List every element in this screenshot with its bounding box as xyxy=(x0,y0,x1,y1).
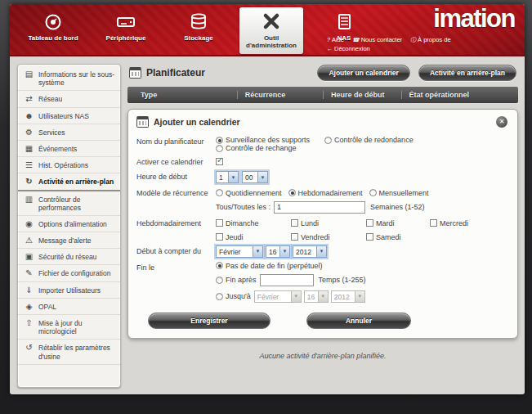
end-month-select: Février ▼ xyxy=(254,290,302,303)
imation-logo: imation xyxy=(433,4,515,34)
logout-link[interactable]: ← Déconnexion xyxy=(327,45,370,52)
chevron-down-icon: ▼ xyxy=(291,291,301,302)
start-year-select[interactable]: 2012 ▼ xyxy=(293,245,327,258)
radio-end-after[interactable]: Fin après Temps (1-255) xyxy=(216,274,507,286)
network-security-icon: ▣ xyxy=(24,252,34,261)
import-users-icon: ⇓ xyxy=(24,286,34,295)
main-nav: Tableau de bord Périphérique Stockage xyxy=(21,7,376,54)
sidebar-item-activite-arriere-plan[interactable]: ↻ Activité en arrière-plan xyxy=(18,173,120,191)
checkbox-jeudi[interactable]: Jeudi xyxy=(216,233,291,241)
weekly-label: Hebdomadairement xyxy=(136,218,216,241)
chevron-down-icon: ▼ xyxy=(355,291,364,302)
checkbox-mardi[interactable]: Mardi xyxy=(366,219,430,227)
opal-icon: ◈ xyxy=(24,302,34,311)
nav-label: Périphérique xyxy=(106,34,146,42)
end-after-input[interactable] xyxy=(260,274,314,286)
sidebar-item-securite-reseau[interactable]: ▣ Sécurité du réseau xyxy=(18,249,120,265)
checkbox-dimanche[interactable]: Dimanche xyxy=(216,219,291,227)
admin-tools-icon xyxy=(262,10,281,34)
radio-no-end-date[interactable]: Pas de date de fin (perpétuel) xyxy=(216,262,507,270)
end-options-group: Pas de date de fin (perpétuel) Fin après… xyxy=(216,262,507,303)
sidebar-item-services[interactable]: ⚙ Services xyxy=(18,124,120,141)
sidebar-item-retablir-parametres-usine[interactable]: ↺ Rétablir les paramètres d'usine xyxy=(18,340,120,364)
alert-message-icon: ⚠ xyxy=(24,236,34,245)
checkbox-box xyxy=(366,233,373,241)
nav-label: Tableau de bord xyxy=(28,34,78,42)
nav-item-peripherique[interactable]: Périphérique xyxy=(94,7,158,54)
sidebar-item-utilisateurs-nas[interactable]: ☻ Utilisateurs NAS xyxy=(18,108,120,124)
radio-mensuellement[interactable]: Mensuellement xyxy=(369,189,429,197)
end-after-unit-label: Temps (1-255) xyxy=(319,276,366,284)
dialog-title: Ajouter un calendrier xyxy=(154,117,491,127)
power-options-icon: ◉ xyxy=(24,219,34,228)
scheduler-name-label: Nom du planificateur xyxy=(136,136,216,152)
radio-dot xyxy=(216,189,223,196)
every-input[interactable] xyxy=(274,201,365,214)
sidebar-item-fichier-configuration[interactable]: ✎ Fichier de configuration xyxy=(18,265,120,281)
sidebar-item-controleur-performances[interactable]: ▥ Contrôleur de performances xyxy=(18,191,120,216)
start-time-label: Heure de début xyxy=(136,171,216,183)
utility-links: ? Aide ☎ Nous contacter ⓘ À propos de ← xyxy=(327,36,498,54)
sidebar-item-mise-a-jour-micrologiciel[interactable]: ⇧ Mise à jour du micrologiciel xyxy=(18,315,120,340)
contact-link[interactable]: ☎ Nous contacter xyxy=(352,36,402,43)
nav-item-dashboard[interactable]: Tableau de bord xyxy=(21,7,85,54)
radio-controle-redondance[interactable]: Contrôle de redondance xyxy=(324,136,414,144)
close-icon[interactable]: ✕ xyxy=(496,116,507,128)
radio-end-until[interactable]: Jusqu'à Février ▼ 16 ▼ xyxy=(216,290,507,303)
chevron-down-icon: ▼ xyxy=(279,246,289,257)
start-minute-select[interactable]: 00 ▼ xyxy=(242,171,268,183)
firmware-update-icon: ⇧ xyxy=(24,318,34,327)
help-link[interactable]: ? Aide xyxy=(327,36,344,43)
chevron-down-icon: ▼ xyxy=(253,246,262,257)
sidebar-item-options-alimentation[interactable]: ◉ Options d'alimentation xyxy=(18,216,120,232)
checkbox-vendredi[interactable]: Vendredi xyxy=(291,233,366,241)
cancel-button[interactable]: Annuler xyxy=(306,313,411,329)
sidebar-item-informations-sous-systeme[interactable]: ▤ Informations sur le sous-système xyxy=(18,66,120,91)
dialog-calendar-icon xyxy=(136,116,149,128)
checkbox-samedi[interactable]: Samedi xyxy=(366,233,430,241)
nas-users-icon: ☻ xyxy=(24,111,34,120)
sidebar-item-evenements[interactable]: ▦ Événements xyxy=(18,141,120,157)
sidebar-item-reseau[interactable]: ⇄ Réseau xyxy=(18,91,120,107)
save-button[interactable]: Enregistrer xyxy=(148,313,270,329)
background-activity-button[interactable]: Activité en arrière-plan xyxy=(418,65,516,81)
checkbox-lundi[interactable]: Lundi xyxy=(291,219,366,227)
info-icon: ⓘ xyxy=(410,37,416,43)
sidebar-item-importer-utilisateurs[interactable]: ⇓ Importer Utilisateurs xyxy=(18,282,120,299)
services-icon: ⚙ xyxy=(24,128,34,137)
chevron-down-icon: ▼ xyxy=(316,246,326,257)
nav-label: Stockage xyxy=(184,34,213,42)
radio-dot xyxy=(216,262,223,269)
checkbox-mercredi[interactable]: Mercredi xyxy=(430,219,507,227)
add-schedule-button[interactable]: Ajouter un calendrier xyxy=(317,65,410,81)
nav-item-outil-administration[interactable]: Outil d'administration xyxy=(239,7,303,54)
background-activity-icon: ↻ xyxy=(24,177,34,186)
radio-dot xyxy=(369,189,377,196)
radio-controle-rechange[interactable]: Contrôle de rechange xyxy=(216,144,297,152)
events-icon: ▦ xyxy=(24,144,34,153)
enable-schedule-checkbox[interactable]: ✓ xyxy=(216,158,223,165)
sidebar: ▤ Informations sur le sous-système ⇄ Rés… xyxy=(17,64,121,388)
radio-dot xyxy=(324,137,332,144)
scheduler-name-radio-group: Surveillance des supports Contrôle de re… xyxy=(216,136,507,152)
checkbox-box xyxy=(291,233,298,241)
radio-quotidiennement[interactable]: Quotidiennement xyxy=(216,189,282,197)
sidebar-item-opal[interactable]: ◈ OPAL xyxy=(18,299,120,315)
radio-dot xyxy=(216,293,223,300)
start-day-select[interactable]: 16 ▼ xyxy=(266,245,290,258)
radio-hebdomadairement[interactable]: Hebdomadairement xyxy=(288,189,363,197)
chevron-down-icon: ▼ xyxy=(228,172,238,182)
radio-dot xyxy=(216,145,223,152)
checkbox-box xyxy=(216,233,223,241)
start-month-select[interactable]: Février ▼ xyxy=(216,245,263,258)
nav-item-stockage[interactable]: Stockage xyxy=(167,7,230,54)
radio-surveillance-supports[interactable]: Surveillance des supports xyxy=(216,136,310,144)
every-unit-label: Semaines (1-52) xyxy=(370,203,425,211)
radio-dot xyxy=(216,277,223,284)
about-link[interactable]: ⓘ À propos de xyxy=(410,36,450,43)
start-hour-select[interactable]: 1 ▼ xyxy=(216,171,239,183)
subsystem-info-icon: ▤ xyxy=(24,70,34,79)
sidebar-item-message-alerte[interactable]: ⚠ Message d'alerte xyxy=(18,232,120,249)
operations-history-icon: ☰ xyxy=(24,160,34,169)
sidebar-item-hist-operations[interactable]: ☰ Hist. Opérations xyxy=(18,157,120,173)
